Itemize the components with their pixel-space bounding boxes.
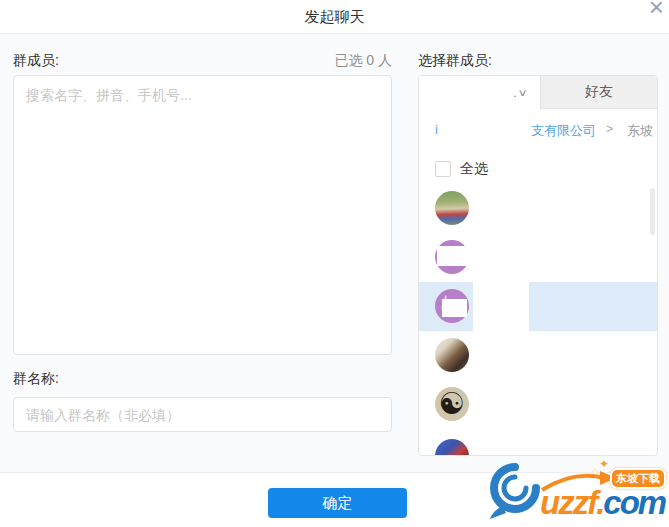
confirm-button[interactable]: 确定 (268, 488, 407, 518)
yinyang-icon: ☯ (439, 389, 466, 419)
breadcrumb-separator: > (606, 122, 613, 136)
picker-tabs: . ∨ 好友 (419, 76, 657, 109)
contact-row-selected[interactable]: 相 (419, 282, 657, 331)
close-icon[interactable]: × (649, 0, 664, 20)
privacy-mask (442, 299, 467, 317)
avatar (435, 439, 469, 456)
privacy-mask (437, 246, 483, 266)
contact-row[interactable] (419, 429, 657, 456)
avatar (435, 338, 469, 372)
contact-list: 相 ☯ (419, 184, 657, 456)
contact-row[interactable] (419, 331, 657, 380)
scrollbar-thumb[interactable] (650, 188, 655, 235)
privacy-mask (473, 282, 529, 331)
tab-organization[interactable]: . ∨ (419, 76, 540, 109)
tab-friends[interactable]: 好友 (540, 76, 657, 109)
select-all-checkbox[interactable] (435, 161, 451, 177)
select-all-row[interactable]: 全选 (435, 160, 488, 178)
member-search-input[interactable] (13, 75, 392, 355)
breadcrumb-org-prefix[interactable]: i (435, 122, 438, 137)
contact-row[interactable] (419, 233, 657, 282)
contact-row[interactable] (419, 184, 657, 233)
start-chat-dialog: 发起聊天 × 群成员: 已选 0 人 群名称: 选择群成员: . ∨ 好友 i … (0, 0, 669, 527)
group-name-label: 群名称: (13, 370, 59, 388)
group-name-input[interactable] (13, 397, 392, 432)
select-all-label: 全选 (460, 160, 488, 178)
dialog-footer: 确定 (0, 472, 669, 527)
select-members-label: 选择群成员: (418, 52, 492, 70)
breadcrumb-company-link[interactable]: 支有限公司 (531, 122, 596, 140)
org-tab-label: . (513, 85, 517, 100)
avatar: ☯ (435, 387, 469, 421)
selected-count-label: 已选 0 人 (292, 52, 392, 70)
member-picker-panel: . ∨ 好友 i 支有限公司 > 东坡 全选 相 (418, 75, 658, 456)
group-members-label: 群成员: (13, 52, 59, 70)
page-title: 发起聊天 (0, 8, 669, 27)
avatar (435, 191, 469, 225)
chevron-down-icon: ∨ (517, 87, 527, 98)
breadcrumb-current-department: 东坡 (627, 122, 653, 140)
breadcrumb: i 支有限公司 > 东坡 (435, 122, 645, 137)
contact-row[interactable]: ☯ (419, 380, 657, 429)
